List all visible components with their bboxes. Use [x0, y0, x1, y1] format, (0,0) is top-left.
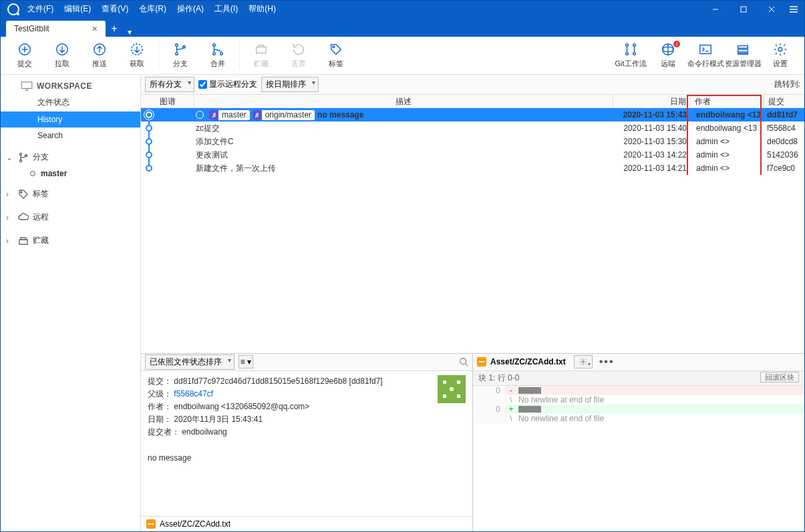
- svg-rect-35: [738, 46, 748, 49]
- tab-close-icon[interactable]: ×: [90, 23, 100, 34]
- main-menu: 文件(F) 编辑(E) 查看(V) 仓库(R) 操作(A) 工具(I) 帮助(H…: [23, 2, 280, 16]
- sidebar-section-branches[interactable]: ⌄ 分支: [1, 148, 140, 167]
- sidebar-item-history[interactable]: History: [1, 111, 140, 127]
- svg-rect-22: [257, 47, 267, 53]
- svg-rect-46: [19, 240, 27, 244]
- svg-point-16: [176, 44, 178, 47]
- repo-tab[interactable]: TestGitblit ×: [6, 21, 106, 37]
- menu-help[interactable]: 帮助(H): [245, 2, 280, 16]
- sidebar-item-filestatus[interactable]: 文件状态: [1, 93, 140, 111]
- file-modified-icon: [477, 357, 486, 366]
- svg-point-20: [213, 53, 216, 55]
- pull-button[interactable]: 拉取: [43, 38, 81, 73]
- gitflow-button[interactable]: Git工作流: [612, 38, 649, 73]
- commit-button[interactable]: 提交: [6, 38, 43, 73]
- col-date[interactable]: 日期: [613, 95, 691, 107]
- current-commit-icon: [196, 111, 204, 119]
- commit-row[interactable]: 新建文件，第一次上传2020-11-03 14:21admin <>f7ce9c…: [141, 162, 804, 175]
- svg-point-27: [633, 53, 636, 55]
- commit-row[interactable]: ꞵmasterꞵorigin/master no message2020-11-…: [141, 108, 804, 121]
- commit-row[interactable]: zc提交2020-11-03 15:40endboilwang <13f5568…: [141, 121, 804, 135]
- rollback-hunk-button[interactable]: 回滚区块: [760, 372, 799, 382]
- branch-filter-combo[interactable]: 所有分支: [145, 77, 194, 92]
- fetch-button[interactable]: 获取: [118, 38, 156, 73]
- close-button[interactable]: [758, 1, 786, 17]
- sidebar-branch-master[interactable]: master: [1, 167, 140, 180]
- content: 所有分支 显示远程分支 按日期排序 跳转到: 图谱 描述 日期 作者 提交 ꞵm…: [141, 75, 804, 531]
- menu-tool[interactable]: 工具(I): [210, 2, 242, 16]
- file-sort-combo[interactable]: 已依照文件状态排序: [145, 354, 234, 370]
- diff-panel: Asset/ZC/ZCAdd.txt ••• 块 1: 行 0-0 回滚区块 0…: [473, 354, 804, 532]
- diff-more-button[interactable]: •••: [597, 356, 617, 368]
- tag-button[interactable]: 标签: [317, 38, 355, 73]
- svg-point-17: [176, 53, 178, 55]
- col-graph[interactable]: 图谱: [141, 95, 194, 107]
- stash-button[interactable]: 贮藏: [243, 38, 280, 73]
- commit-table-header: 图谱 描述 日期 作者 提交: [141, 95, 804, 108]
- sidebar-section-remotes[interactable]: › 远程: [1, 208, 140, 227]
- diff-body: 0- \No newline at end of file 0+ \No new…: [473, 386, 804, 423]
- svg-point-26: [633, 44, 636, 47]
- sidebar-item-search[interactable]: Search: [1, 127, 140, 144]
- branch-button[interactable]: 分支: [162, 38, 199, 73]
- commit-metadata: 提交： dd81fd77c972cd46d71dd815015e5168f129…: [141, 371, 472, 469]
- diff-settings-button[interactable]: [574, 355, 593, 368]
- menu-repo[interactable]: 仓库(R): [135, 2, 170, 16]
- svg-point-48: [460, 358, 466, 364]
- menu-file[interactable]: 文件(F): [23, 2, 57, 16]
- sidebar-section-tags[interactable]: › 标签: [1, 184, 140, 204]
- hamburger-icon[interactable]: [786, 1, 802, 17]
- terminal-button[interactable]: 命令行模式: [687, 38, 724, 73]
- menu-edit[interactable]: 编辑(E): [60, 2, 95, 16]
- push-button[interactable]: 推送: [81, 38, 118, 73]
- svg-point-19: [213, 44, 216, 47]
- remote-button[interactable]: !远端: [649, 38, 687, 73]
- repo-tab-label: TestGitblit: [14, 24, 49, 33]
- branch-badge[interactable]: ꞵmaster: [209, 110, 250, 120]
- settings-button[interactable]: 设置: [762, 38, 799, 73]
- svg-rect-33: [700, 45, 711, 54]
- redacted-text: [518, 387, 541, 394]
- commit-table: 图谱 描述 日期 作者 提交 ꞵmasterꞵorigin/master no …: [141, 95, 804, 175]
- show-remote-checkbox[interactable]: 显示远程分支: [198, 79, 257, 90]
- svg-rect-37: [738, 53, 748, 55]
- menu-action[interactable]: 操作(A): [173, 2, 208, 16]
- chevron-right-icon: ›: [6, 190, 14, 199]
- sort-combo[interactable]: 按日期排序: [261, 77, 319, 92]
- sidebar-section-stashes[interactable]: › 贮藏: [1, 231, 140, 250]
- explorer-button[interactable]: 资源管理器: [724, 38, 762, 73]
- merge-button[interactable]: 合并: [199, 38, 236, 73]
- new-tab-button[interactable]: +: [106, 21, 123, 37]
- col-desc[interactable]: 描述: [194, 95, 613, 107]
- app-window: 文件(F) 编辑(E) 查看(V) 仓库(R) 操作(A) 工具(I) 帮助(H…: [0, 0, 805, 532]
- svg-point-25: [626, 53, 629, 55]
- detail-left-panel: 已依照文件状态排序 ≡ ▾ 提交： dd81fd77c972cd46d71dd8…: [141, 354, 473, 532]
- maximize-button[interactable]: [730, 1, 758, 17]
- commit-detail-area: 已依照文件状态排序 ≡ ▾ 提交： dd81fd77c972cd46d71dd8…: [141, 353, 804, 532]
- toolbar: 提交 拉取 推送 获取 分支 合并 贮藏 丢弃 标签 Git工作流 !远端 命令…: [1, 37, 804, 75]
- diff-hunk-header: 块 1: 行 0-0 回滚区块: [473, 371, 804, 386]
- diff-file-name: Asset/ZC/ZCAdd.txt: [490, 357, 566, 366]
- tab-dropdown-icon[interactable]: ▾: [123, 27, 136, 37]
- svg-point-43: [20, 160, 22, 162]
- main-area: WORKSPACE 文件状态 History Search ⌄ 分支 maste…: [1, 75, 804, 531]
- titlebar: 文件(F) 编辑(E) 查看(V) 仓库(R) 操作(A) 工具(I) 帮助(H…: [1, 1, 804, 17]
- commit-row[interactable]: 添加文件C2020-11-03 15:30admin <>de0dcd8: [141, 135, 804, 148]
- search-icon[interactable]: [459, 357, 468, 366]
- minimize-button[interactable]: [701, 1, 730, 17]
- changed-file-item[interactable]: Asset/ZC/ZCAdd.txt: [141, 516, 472, 531]
- parent-link[interactable]: f5568c47cf: [174, 389, 213, 398]
- menu-view[interactable]: 查看(V): [98, 2, 132, 16]
- col-commit[interactable]: 提交: [764, 95, 804, 107]
- svg-rect-47: [21, 238, 26, 240]
- discard-button[interactable]: 丢弃: [280, 38, 317, 73]
- cloud-icon: [18, 212, 29, 223]
- branch-dot-icon: [30, 171, 35, 176]
- workspace-header[interactable]: WORKSPACE: [1, 79, 140, 93]
- commit-row[interactable]: 更改测试2020-11-03 14:22admin <>5142036: [141, 148, 804, 162]
- list-view-button[interactable]: ≡ ▾: [238, 355, 253, 368]
- redacted-text: [518, 406, 541, 413]
- branch-badge[interactable]: ꞵorigin/master: [253, 110, 315, 120]
- svg-point-21: [220, 53, 223, 55]
- col-author[interactable]: 作者: [691, 95, 764, 107]
